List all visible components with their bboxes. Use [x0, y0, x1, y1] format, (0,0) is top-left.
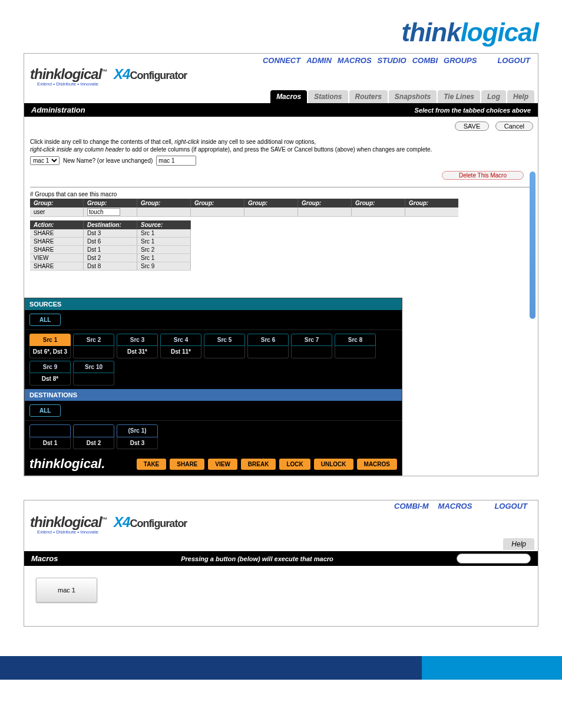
nav-macros[interactable]: MACROS [338, 56, 372, 65]
macro-from-history-button[interactable]: Macro from History [457, 554, 531, 564]
macro-select[interactable]: mac 1 [30, 156, 59, 165]
nav3-macros[interactable]: MACROS [438, 502, 472, 510]
lock-button[interactable]: LOCK [279, 459, 310, 470]
sub-tabs: MacrosStationsRoutersSnapshotsTie LinesL… [24, 90, 538, 103]
group-header[interactable]: Group: [137, 199, 191, 207]
logout-link-3[interactable]: LOGOUT [494, 502, 527, 510]
action-cell[interactable]: VIEW [30, 254, 84, 262]
action-cell[interactable]: Dst 3 [84, 229, 137, 238]
sources-all-button[interactable]: ALL [29, 314, 61, 326]
nav-connect[interactable]: CONNECT [263, 56, 300, 65]
action-header[interactable]: Action: [30, 220, 84, 229]
source-src6[interactable]: Src 6 [247, 334, 289, 346]
source-sub[interactable]: Dst 8* [29, 373, 71, 386]
group-header[interactable]: Group: [352, 199, 405, 207]
group-header[interactable]: Group: [191, 199, 244, 207]
action-cell[interactable]: SHARE [30, 238, 84, 246]
dest-all-button[interactable]: ALL [29, 404, 61, 417]
nav-combi[interactable]: COMBI [412, 56, 438, 65]
source-sub[interactable] [73, 346, 114, 358]
action-cell[interactable]: Src 1 [137, 238, 191, 246]
help-tab[interactable]: Help [503, 538, 534, 550]
action-cell[interactable]: Src 9 [137, 262, 191, 271]
group-header[interactable]: Group: [30, 199, 84, 207]
group-cell[interactable] [84, 207, 137, 217]
group-cell[interactable] [352, 207, 405, 217]
tab-macros[interactable]: Macros [270, 90, 307, 103]
tab-snapshots[interactable]: Snapshots [389, 90, 437, 103]
tab-stations[interactable]: Stations [308, 90, 348, 103]
new-name-input[interactable] [156, 156, 196, 166]
tab-help[interactable]: Help [507, 90, 534, 103]
dest-top[interactable]: (Src 1) [117, 424, 158, 437]
group-header[interactable]: Group: [405, 199, 459, 207]
source-src1[interactable]: Src 1 [29, 334, 71, 346]
source-sub[interactable]: Dst 6*, Dst 3 [29, 346, 71, 358]
action-cell[interactable]: Dst 6 [84, 238, 137, 246]
actions-table[interactable]: Action:Destination:Source: SHAREDst 3Src… [30, 220, 191, 271]
group-input[interactable] [87, 208, 120, 216]
group-cell[interactable]: user [30, 207, 84, 217]
logout-link[interactable]: LOGOUT [497, 56, 530, 65]
groups-table[interactable]: Group:Group:Group:Group:Group:Group:Grou… [30, 199, 458, 217]
dest-dst2[interactable]: Dst 2 [73, 437, 114, 449]
source-src10[interactable]: Src 10 [73, 361, 114, 373]
source-sub[interactable] [291, 346, 332, 358]
break-button[interactable]: BREAK [241, 459, 276, 470]
source-src4[interactable]: Src 4 [160, 334, 201, 346]
action-cell[interactable]: Dst 1 [84, 246, 137, 254]
dest-top[interactable] [73, 424, 114, 437]
view-button[interactable]: VIEW [208, 459, 237, 470]
group-cell[interactable] [191, 207, 244, 217]
action-cell[interactable]: SHARE [30, 246, 84, 254]
nav-studio[interactable]: STUDIO [378, 56, 406, 65]
source-src3[interactable]: Src 3 [117, 334, 158, 346]
dest-dst1[interactable]: Dst 1 [29, 437, 71, 449]
action-header[interactable]: Destination: [84, 220, 137, 229]
source-sub[interactable] [335, 346, 376, 358]
action-cell[interactable]: Src 1 [137, 254, 191, 262]
tab-tie-lines[interactable]: Tie Lines [438, 90, 480, 103]
share-button[interactable]: SHARE [170, 459, 204, 470]
group-cell[interactable] [405, 207, 459, 217]
nav-groups[interactable]: GROUPS [444, 56, 477, 65]
source-src7[interactable]: Src 7 [291, 334, 332, 346]
group-header[interactable]: Group: [84, 199, 137, 207]
action-header[interactable]: Source: [137, 220, 191, 229]
take-button[interactable]: TAKE [137, 459, 166, 470]
nav-admin[interactable]: ADMIN [306, 56, 332, 65]
scrollbar[interactable] [530, 172, 535, 319]
macros-button[interactable]: MACROS [357, 459, 397, 470]
cancel-button[interactable]: Cancel [495, 121, 533, 131]
source-sub[interactable] [247, 346, 289, 358]
action-cell[interactable]: Src 1 [137, 229, 191, 238]
delete-macro-button[interactable]: Delete This Macro [442, 171, 524, 180]
dest-top[interactable] [29, 424, 71, 437]
source-src9[interactable]: Src 9 [29, 361, 71, 373]
tab-routers[interactable]: Routers [349, 90, 388, 103]
source-src8[interactable]: Src 8 [335, 334, 376, 346]
unlock-button[interactable]: UNLOCK [314, 459, 353, 470]
action-cell[interactable]: SHARE [30, 262, 84, 271]
group-header[interactable]: Group: [244, 199, 298, 207]
source-sub[interactable] [204, 346, 245, 358]
tab-log[interactable]: Log [481, 90, 506, 103]
nav3-combi-m[interactable]: COMBI-M [394, 502, 429, 510]
action-cell[interactable]: Dst 2 [84, 254, 137, 262]
save-button[interactable]: SAVE [455, 121, 490, 131]
brand-logo: thinklogical [24, 18, 538, 47]
dest-dst3[interactable]: Dst 3 [117, 437, 158, 449]
action-cell[interactable]: Dst 8 [84, 262, 137, 271]
source-sub[interactable]: Dst 31* [117, 346, 158, 358]
group-cell[interactable] [298, 207, 352, 217]
source-src2[interactable]: Src 2 [73, 334, 114, 346]
action-cell[interactable]: Src 2 [137, 246, 191, 254]
group-cell[interactable] [137, 207, 191, 217]
action-cell[interactable]: SHARE [30, 229, 84, 238]
group-cell[interactable] [244, 207, 298, 217]
source-sub[interactable] [73, 373, 114, 386]
group-header[interactable]: Group: [298, 199, 352, 207]
source-sub[interactable]: Dst 11* [160, 346, 201, 358]
macro-button-mac1[interactable]: mac 1 [36, 578, 97, 602]
source-src5[interactable]: Src 5 [204, 334, 245, 346]
